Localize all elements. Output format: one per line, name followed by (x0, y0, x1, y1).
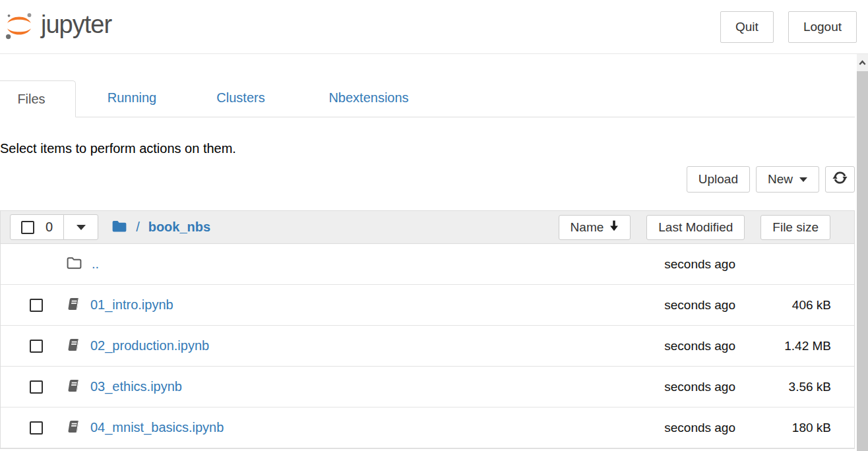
list-item-notebook: 03_ethics.ipynb seconds ago 3.56 kB (1, 367, 854, 407)
chevron-down-icon (799, 177, 807, 182)
select-button-group: 0 (10, 214, 98, 240)
file-size: 1.42 MB (735, 339, 831, 353)
modified-time: seconds ago (636, 257, 735, 272)
notebook-icon (66, 378, 81, 396)
breadcrumb: / book_nbs (111, 219, 210, 236)
notebook-icon (66, 297, 81, 314)
select-dropdown-button[interactable] (63, 214, 98, 240)
folder-outline-icon (66, 256, 82, 273)
jupyter-logo[interactable]: jupyter (4, 9, 111, 45)
chevron-up-icon (858, 57, 867, 69)
refresh-button[interactable] (825, 166, 855, 193)
logout-button[interactable]: Logout (788, 11, 857, 43)
modified-time: seconds ago (636, 380, 735, 394)
tab-clusters[interactable]: Clusters (188, 80, 294, 117)
sort-by-name-button[interactable]: Name (559, 215, 631, 240)
folder-icon (111, 219, 127, 236)
list-item-parent-folder: .. seconds ago (1, 244, 854, 285)
instruction-text: Select items to perform actions on them. (0, 141, 855, 156)
refresh-icon (832, 170, 848, 189)
vertical-scrollbar[interactable] (857, 54, 868, 451)
jupyter-logo-icon (4, 9, 34, 45)
notebook-link[interactable]: 01_intro.ipynb (90, 297, 173, 313)
row-checkbox[interactable] (30, 299, 43, 312)
new-button-label: New (768, 172, 793, 187)
parent-folder-link[interactable]: .. (92, 256, 99, 272)
notebook-link[interactable]: 04_mnist_basics.ipynb (90, 420, 224, 435)
notebook-icon (66, 419, 81, 436)
notebook-link[interactable]: 03_ethics.ipynb (90, 379, 182, 394)
header-buttons: Quit Logout (720, 11, 857, 43)
file-size: 406 kB (735, 298, 831, 313)
breadcrumb-current-folder[interactable]: book_nbs (148, 220, 210, 235)
notebook-icon (66, 338, 81, 355)
list-item-notebook: 01_intro.ipynb seconds ago 406 kB (1, 285, 854, 326)
list-item-notebook: 04_mnist_basics.ipynb seconds ago 180 kB (1, 407, 854, 448)
sort-name-label: Name (571, 220, 604, 235)
list-header-row: 0 / book_nbs Name (1, 211, 854, 244)
sort-by-size-button[interactable]: File size (760, 215, 830, 240)
list-item-notebook: 02_production.ipynb seconds ago 1.42 MB (1, 326, 854, 367)
chevron-down-icon (77, 225, 86, 230)
select-all-checkbox[interactable] (21, 221, 34, 234)
tab-running[interactable]: Running (76, 80, 188, 117)
modified-time: seconds ago (636, 298, 735, 313)
notebook-list: 0 / book_nbs Name (0, 210, 855, 449)
selected-count: 0 (46, 220, 53, 235)
quit-button[interactable]: Quit (720, 11, 774, 43)
scroll-up-button[interactable] (857, 54, 868, 71)
tab-bar: Files Running Clusters Nbextensions (0, 80, 855, 117)
modified-time: seconds ago (636, 421, 735, 435)
tab-files[interactable]: Files (0, 80, 76, 117)
app-header: jupyter Quit Logout (0, 0, 868, 54)
sort-by-modified-button[interactable]: Last Modified (646, 215, 745, 240)
tab-nbextensions[interactable]: Nbextensions (294, 80, 444, 117)
row-checkbox[interactable] (30, 340, 43, 353)
select-all-button[interactable]: 0 (10, 214, 64, 240)
row-checkbox[interactable] (30, 380, 43, 394)
arrow-down-icon (609, 220, 619, 235)
breadcrumb-root-link[interactable]: / (136, 220, 140, 235)
toolbar: Upload New (0, 166, 855, 193)
file-size: 180 kB (735, 421, 831, 435)
modified-time: seconds ago (636, 339, 735, 353)
file-size: 3.56 kB (735, 380, 831, 394)
upload-button[interactable]: Upload (687, 166, 750, 193)
main-content: Files Running Clusters Nbextensions Sele… (0, 80, 855, 449)
logo-wordmark: jupyter (41, 11, 111, 43)
scrollbar-thumb[interactable] (857, 71, 868, 451)
row-checkbox[interactable] (30, 421, 43, 435)
notebook-link[interactable]: 02_production.ipynb (90, 338, 209, 353)
new-dropdown-button[interactable]: New (756, 166, 819, 193)
